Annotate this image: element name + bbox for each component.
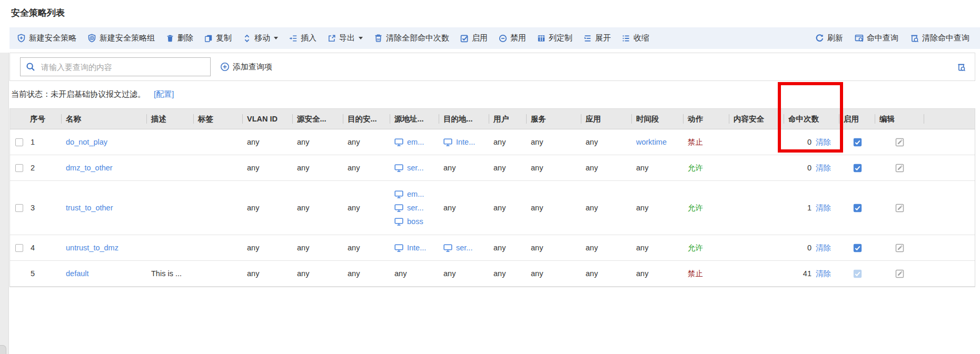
address-object-link[interactable]: ser...: [407, 163, 423, 173]
cell-action: 允许: [684, 155, 729, 180]
toolbar-button-move[interactable]: 移动: [243, 33, 278, 43]
cell-value: any: [443, 203, 456, 213]
policy-name-link[interactable]: do_not_play: [66, 138, 107, 146]
column-header-label: 命中次数: [788, 114, 819, 124]
edit-icon[interactable]: [895, 269, 904, 278]
address-item: boss: [394, 216, 423, 227]
row-checkbox[interactable]: [15, 164, 23, 172]
refresh-icon: [815, 34, 824, 43]
cell-service: any: [527, 181, 581, 235]
address-object-link[interactable]: em...: [407, 189, 424, 199]
toolbar-button-hit-query[interactable]: 命中查询: [855, 33, 898, 43]
cell-hit-count: 0清除: [784, 129, 839, 155]
row-checkbox[interactable]: [15, 204, 23, 212]
toolbar-button-copy[interactable]: 复制: [204, 33, 232, 43]
toolbar-button-collapse[interactable]: 收缩: [622, 33, 649, 43]
enable-checkbox-icon[interactable]: [853, 164, 862, 173]
cell-content-security: [729, 155, 784, 180]
cell-value: any: [531, 204, 543, 212]
col-header-seq: 序号: [10, 109, 62, 129]
svg-text:00: 00: [377, 38, 380, 41]
cell-tag: [194, 129, 243, 155]
policy-name-link[interactable]: default: [66, 269, 89, 278]
cell-edit: [875, 129, 924, 155]
enable-checkbox-icon[interactable]: [853, 204, 862, 213]
address-item: Inte...: [443, 137, 475, 147]
cell-app: any: [581, 181, 632, 235]
address-object-link[interactable]: ser...: [407, 203, 423, 213]
policy-name-link[interactable]: trust_to_other: [66, 204, 113, 212]
toolbar-button-label: 禁用: [510, 33, 526, 43]
panel-collapse-handle[interactable]: [0, 345, 6, 354]
clear-hits-link[interactable]: 清除: [816, 269, 831, 279]
toolbar-button-clear-hit-query[interactable]: 清除命中查询: [910, 33, 969, 43]
toolbar-button-delete[interactable]: 删除: [166, 33, 193, 43]
address-object-link[interactable]: ser...: [456, 242, 472, 253]
window-search-icon: [855, 34, 864, 43]
cell-value: any: [297, 138, 309, 146]
hit-count-value: 0: [807, 138, 811, 146]
toolbar-button-new-policy-group[interactable]: 新建安全策略组: [87, 33, 155, 43]
enable-checkbox-icon[interactable]: [853, 138, 862, 147]
edit-icon[interactable]: [895, 244, 904, 252]
cell-value: any: [297, 244, 309, 252]
clear-hits-link[interactable]: 清除: [816, 203, 831, 213]
address-item: any: [443, 203, 456, 213]
toolbar-button-clear-all-hits[interactable]: 00清除全部命中次数: [374, 33, 449, 43]
address-object-link[interactable]: Inte...: [456, 137, 475, 147]
toolbar-button-disable[interactable]: 禁用: [499, 33, 526, 43]
column-header-label: 目的地...: [443, 114, 473, 124]
address-object-link[interactable]: em...: [407, 137, 424, 147]
edit-icon[interactable]: [895, 164, 904, 173]
enable-checkbox-icon[interactable]: [853, 269, 862, 278]
action-value: 允许: [688, 163, 703, 173]
policy-name-link[interactable]: untrust_to_dmz: [66, 244, 118, 252]
toolbar-button-refresh[interactable]: 刷新: [815, 33, 843, 43]
toolbar-button-label: 新建安全策略: [29, 33, 76, 43]
monitor-icon: [443, 244, 452, 252]
cell-src-zone: any: [293, 155, 343, 180]
cell-desc: [147, 235, 194, 260]
search-input[interactable]: [40, 62, 205, 72]
toolbar-button-enable[interactable]: 启用: [460, 33, 488, 43]
toolbar-button-expand[interactable]: 展开: [583, 33, 611, 43]
toolbar-button-export[interactable]: 导出: [328, 33, 363, 43]
cell-dst-zone: any: [343, 235, 390, 260]
clear-hits-link[interactable]: 清除: [816, 163, 831, 173]
schedule-link[interactable]: worktime: [636, 138, 667, 146]
cell-vlan-id: any: [243, 129, 293, 155]
clear-query-button[interactable]: [957, 63, 966, 72]
cell-content-security: [729, 261, 784, 286]
cell-src-addr: em...: [390, 129, 439, 155]
cell-name: dmz_to_other: [62, 155, 147, 180]
toolbar-button-new-policy[interactable]: 新建安全策略: [17, 33, 76, 43]
address-item: ser...: [394, 163, 423, 173]
toolbar-button-column-customize[interactable]: 列定制: [537, 33, 572, 43]
row-checkbox[interactable]: [15, 138, 23, 146]
clear-hits-link[interactable]: 清除: [816, 243, 831, 253]
col-header-user: 用户: [489, 109, 527, 129]
cell-desc: [147, 155, 194, 180]
edit-icon[interactable]: [895, 204, 904, 213]
security-policy-page: 安全策略列表 新建安全策略新建安全策略组删除复制移动插入导出00清除全部命中次数…: [0, 0, 980, 354]
policy-name-link[interactable]: dmz_to_other: [66, 164, 113, 172]
col-header-desc: 描述: [147, 109, 194, 129]
enable-checkbox-icon[interactable]: [853, 244, 862, 252]
edit-icon[interactable]: [895, 138, 904, 147]
cell-value: any: [247, 164, 259, 172]
toolbar-button-insert[interactable]: 插入: [289, 33, 316, 43]
cell-value: any: [636, 204, 648, 212]
row-checkbox[interactable]: [15, 244, 23, 252]
columns-icon: [537, 34, 546, 43]
cell-seq: 2: [10, 155, 62, 180]
clear-hits-link[interactable]: 清除: [816, 137, 831, 147]
add-query-button[interactable]: 添加查询项: [220, 62, 272, 72]
cell-edit: [875, 181, 924, 235]
cell-src-zone: any: [293, 181, 343, 235]
address-object-link[interactable]: Inte...: [407, 242, 426, 253]
address-object-link[interactable]: boss: [407, 216, 423, 227]
table-row: 2dmz_to_otheranyanyanyser...anyanyanyany…: [10, 155, 975, 181]
config-link[interactable]: [配置]: [154, 89, 174, 99]
trash-search-icon: [910, 34, 919, 43]
cell-desc: [147, 129, 194, 155]
